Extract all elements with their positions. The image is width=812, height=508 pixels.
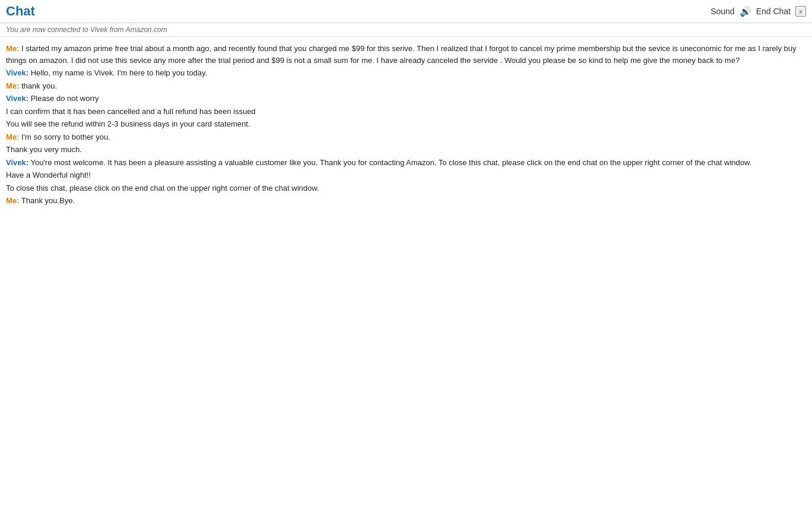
message-text-continuation: Thank you very much. <box>6 144 806 156</box>
end-chat-button[interactable]: End Chat <box>756 7 791 16</box>
message-text-continuation: I can confirm that it has been cancelled… <box>6 106 806 118</box>
chat-message: Vivek: Hello, my name is Vivek. I'm here… <box>6 67 806 79</box>
chat-message: Me: I started my amazon prime free trial… <box>6 43 806 66</box>
message-text-continuation: To close this chat, please click on the … <box>6 182 806 194</box>
message-speaker: Me: <box>6 81 19 90</box>
sound-label: Sound <box>710 7 734 16</box>
connection-notice: You are now connected to Vivek from Amaz… <box>0 23 812 37</box>
sound-icon[interactable]: 🔊 <box>740 6 751 17</box>
chat-message: Me: I'm so sorry to bother you. <box>6 131 806 143</box>
chat-continuation: To close this chat, please click on the … <box>6 182 806 194</box>
message-text: I'm so sorry to bother you. <box>19 132 110 141</box>
message-speaker: Me: <box>6 132 19 141</box>
chat-message: Vivek: You're most welcome. It has been … <box>6 157 806 169</box>
chat-continuation: Thank you very much. <box>6 144 806 156</box>
message-text: Please do not worry <box>28 94 99 103</box>
close-icon[interactable]: x <box>795 6 806 17</box>
chat-message: Me: thank you. <box>6 80 806 92</box>
message-text: I started my amazon prime free trial abo… <box>6 44 796 65</box>
message-text-continuation: You will see the refund within 2-3 busin… <box>6 118 806 130</box>
chat-continuation: Have a Wonderful night!! <box>6 169 806 181</box>
chat-continuation: I can confirm that it has been cancelled… <box>6 106 806 118</box>
message-text-continuation: Have a Wonderful night!! <box>6 169 806 181</box>
message-speaker: Vivek: <box>6 68 28 77</box>
chat-continuation: You will see the refund within 2-3 busin… <box>6 118 806 130</box>
chat-message: Me: Thank you.Bye. <box>6 195 806 207</box>
message-text: Thank you.Bye. <box>19 196 75 205</box>
chat-header: Chat Sound 🔊 End Chat x <box>0 0 812 23</box>
message-text: thank you. <box>19 81 57 90</box>
message-speaker: Me: <box>6 44 19 53</box>
message-speaker: Vivek: <box>6 158 28 167</box>
message-text: Hello, my name is Vivek. I'm here to hel… <box>28 68 207 77</box>
header-controls: Sound 🔊 End Chat x <box>710 6 806 17</box>
chat-body: Me: I started my amazon prime free trial… <box>0 37 812 214</box>
message-speaker: Me: <box>6 196 19 205</box>
message-text: You're most welcome. It has been a pleas… <box>28 158 751 167</box>
chat-message: Vivek: Please do not worry <box>6 93 806 105</box>
chat-title: Chat <box>6 4 35 19</box>
message-speaker: Vivek: <box>6 94 28 103</box>
